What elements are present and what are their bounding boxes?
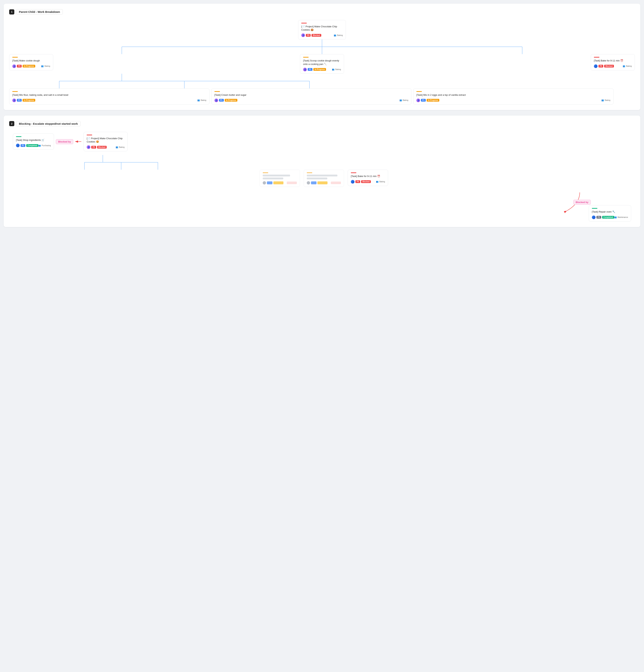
- card-title: [📄 Project] Make Chocolate Chip Cookies …: [87, 137, 125, 143]
- card-team: 👥 Baking: [334, 34, 343, 36]
- card-team: 👥 Maintenance: [614, 216, 628, 218]
- redacted-content: [307, 175, 341, 179]
- card-title: [📄 Project] Make Chocolate Chip Cookies …: [301, 25, 343, 32]
- card-footer: [263, 181, 297, 184]
- level2-card-0[interactable]: [Task] Mix flour, baking soda, and salt …: [9, 88, 210, 105]
- status-badge: Blocked: [604, 65, 614, 68]
- card-accent: [87, 135, 92, 135]
- card-team: 👥 Baking: [332, 68, 341, 71]
- level1-card-1[interactable]: [Task] Scoop cookie dough evenly onto a …: [300, 54, 344, 74]
- priority-badge: P1: [17, 99, 22, 101]
- avatar: 👤: [214, 98, 218, 102]
- avatar: 👤: [87, 145, 90, 149]
- card-footer: 👤 P1 In Progress 👥 Baking: [214, 98, 409, 102]
- priority-badge: P2: [596, 216, 601, 219]
- root-card-s2[interactable]: [📄 Project] Make Chocolate Chip Cookies …: [83, 132, 128, 151]
- card-accent: [16, 136, 22, 137]
- avatar: 👤: [303, 68, 307, 71]
- badge-redacted: [267, 181, 272, 184]
- level2-card-2[interactable]: [Task] Mix in 2 eggs and a tsp of vanill…: [413, 88, 613, 105]
- shop-card[interactable]: [Task] Shop ingredients 🛒 👤 P1 Completed…: [13, 133, 54, 150]
- root-card[interactable]: [📄 Project] Make Chocolate Chip Cookies …: [298, 20, 346, 39]
- section-2-header: 2 Blocking - Escalate stopped/not starte…: [9, 121, 635, 127]
- card-title: [Task] Bake for 9-11 min ⏰: [594, 59, 632, 62]
- card-footer-left: 👤 P1 In Progress: [303, 68, 326, 71]
- team-icon: 👥: [399, 99, 402, 101]
- team-redacted: [331, 182, 341, 184]
- card-team: 👥 Baking: [116, 146, 125, 148]
- team-redacted: [287, 182, 297, 184]
- card-footer: 👤 P1 In Progress 👥 Baking: [303, 68, 341, 71]
- priority-badge: P1: [219, 99, 224, 101]
- section-1: 1 Parent Child - Work Breakdown [📄 Proje…: [4, 4, 640, 110]
- card-accent: [594, 57, 599, 58]
- avatar-redacted: [263, 181, 266, 184]
- card-title: [Task] Repair oven 🔧: [592, 210, 628, 214]
- card-footer: 👤 P0 In Progress 👥 Baking: [12, 64, 50, 68]
- blocked-by-2-container: Blocked by: [561, 192, 591, 214]
- level2-card-1[interactable]: [Task] Cream butter and sugar 👤 P1 In Pr…: [211, 88, 412, 105]
- section-2-number: 2: [9, 121, 14, 126]
- team-icon: 👥: [376, 180, 378, 183]
- card-title: [Task] Make cookie dough: [12, 59, 50, 62]
- card-footer-left: 👤 P1 Completed: [16, 144, 38, 147]
- card-footer: 👤 P2 Completed 👥 Maintenance: [592, 216, 628, 219]
- level1-card-2[interactable]: [Task] Bake for 9-11 min ⏰ 👤 P0 Blocked …: [591, 54, 635, 70]
- card-accent: [303, 57, 308, 58]
- blocked-by-label: Blocked by: [56, 139, 73, 144]
- status-badge: Completed: [602, 216, 614, 219]
- card-accent: [263, 172, 268, 173]
- avatar: 👤: [301, 33, 305, 37]
- priority-badge: P0: [91, 146, 96, 148]
- redacted-content: [263, 175, 297, 179]
- status-badge: In Progress: [225, 99, 237, 101]
- card-accent: [351, 172, 356, 173]
- card-footer: 👤 P1 Completed 👥 Purchasing: [16, 144, 51, 147]
- card-title: [Task] Shop ingredients 🛒: [16, 139, 51, 142]
- status-badge: In Progress: [313, 68, 326, 71]
- card-team: 👥 Purchasing: [38, 144, 51, 147]
- priority-badge: P1: [21, 144, 25, 147]
- avatar: 👤: [417, 98, 420, 102]
- team-icon: 👥: [623, 65, 625, 67]
- card-footer: 👤 P1 In Progress 👥 Baking: [417, 98, 610, 102]
- card-accent: [301, 23, 307, 23]
- card-team: 👥 Baking: [601, 99, 610, 101]
- status-badge: In Progress: [23, 99, 35, 101]
- card-footer-left: 👤 P2 Completed: [592, 216, 614, 219]
- section2-layout: [Task] Shop ingredients 🛒 👤 P1 Completed…: [9, 132, 635, 221]
- section-1-title: Parent Child - Work Breakdown: [16, 9, 63, 14]
- status-badge: Completed: [26, 144, 38, 147]
- card-accent: [592, 208, 597, 209]
- avatar: 👤: [594, 64, 598, 68]
- status-badge: In Progress: [426, 99, 439, 101]
- card-title: [Task] Cream butter and sugar: [214, 93, 409, 97]
- card-accent: [417, 91, 422, 92]
- card-footer-left: 👤 P0 Blocked: [301, 33, 321, 37]
- avatar: 👤: [12, 64, 16, 68]
- card-footer-left: 👤 P1 In Progress: [214, 98, 237, 102]
- card-team: 👥 Baking: [399, 99, 409, 101]
- card-footer: 👤 P1 In Progress 👥 Baking: [12, 98, 206, 102]
- repair-card[interactable]: [Task] Repair oven 🔧 👤 P2 Completed 👥 Ma…: [589, 205, 631, 221]
- team-icon: 👥: [41, 65, 44, 67]
- card-footer: 👤 P0 Blocked 👥 Baking: [594, 64, 632, 68]
- status-redacted: [273, 181, 283, 184]
- card-footer-left: [307, 181, 328, 184]
- redacted-card-2: [304, 170, 344, 187]
- section-1-number: 1: [9, 9, 14, 14]
- blocked-by-arrow: Blocked by: [56, 139, 82, 144]
- team-icon: 👥: [197, 99, 200, 101]
- team-icon: 👥: [116, 146, 118, 148]
- card-team: 👥 Baking: [197, 99, 206, 101]
- blocking-row: [Task] Shop ingredients 🛒 👤 P1 Completed…: [13, 132, 635, 151]
- bake-card[interactable]: [Task] Bake for 9-11 min ⏰ 👤 P0 Blocked …: [348, 170, 388, 186]
- blocked-by-label-2: Blocked by: [573, 200, 591, 205]
- section-2-title: Blocking - Escalate stopped/not started …: [16, 121, 81, 127]
- repair-section: Blocked by [Task] Repair oven 🔧 👤 P2 Com…: [9, 191, 635, 221]
- status-badge: In Progress: [23, 65, 35, 68]
- s2-connector-svg: [81, 155, 173, 170]
- status-badge: Blocked: [312, 34, 321, 37]
- card-footer-left: 👤 P0 Blocked: [87, 145, 107, 149]
- level1-card-0[interactable]: [Task] Make cookie dough 👤 P0 In Progres…: [9, 54, 53, 70]
